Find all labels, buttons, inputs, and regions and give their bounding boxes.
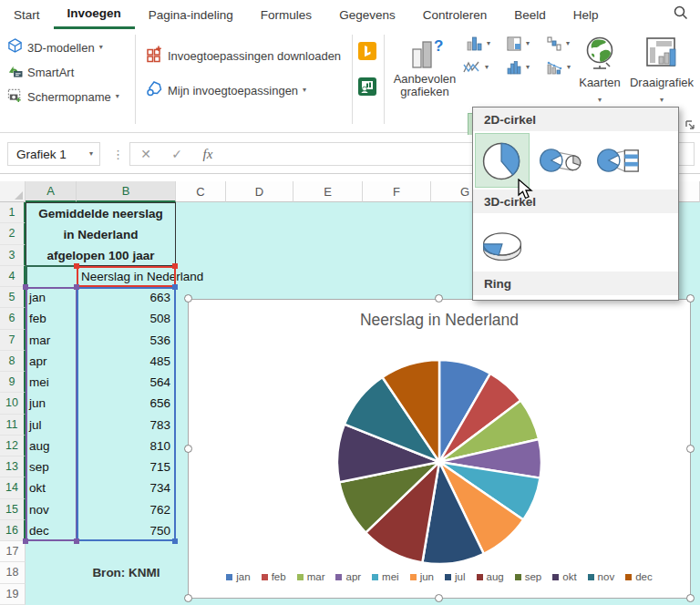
column-header-e[interactable]: E (293, 181, 363, 202)
my-addins-button[interactable]: Mijn invoegtoepassingen ▾ (146, 80, 306, 100)
column-header-f[interactable]: F (363, 181, 431, 202)
column-header-b[interactable]: B (77, 181, 176, 202)
insert-column-chart-button[interactable]: ▾ (467, 36, 490, 51)
legend-item-jun[interactable]: jun (410, 571, 434, 582)
menu-item-pie-3d[interactable] (476, 216, 529, 269)
range-handle[interactable] (172, 284, 178, 290)
name-box[interactable]: Grafiek 1 ▾ (7, 142, 100, 166)
recommended-charts-button[interactable]: ? Aanbevolen grafieken (388, 35, 461, 129)
insert-histogram-chart-button[interactable]: ▾ (507, 60, 530, 75)
legend-item-nov[interactable]: nov (588, 571, 615, 582)
insert-line-chart-button[interactable]: ▾ (463, 60, 489, 75)
insert-function-icon[interactable]: fx (192, 147, 223, 162)
chart-resize-handle[interactable] (686, 445, 695, 453)
enter-check-icon[interactable]: ✓ (161, 147, 192, 161)
row-header-19[interactable]: 19 (0, 584, 26, 605)
row-header-3[interactable]: 3 (0, 245, 26, 266)
chart-resize-handle[interactable] (435, 594, 443, 602)
legend-item-aug[interactable]: aug (477, 571, 504, 582)
legend-item-jan[interactable]: jan (226, 571, 250, 582)
select-all-corner[interactable] (0, 181, 26, 202)
legend-swatch (477, 574, 483, 580)
screenshot-button[interactable]: Schermopname ▾ (7, 87, 119, 106)
chevron-down-icon: ▾ (303, 87, 306, 94)
row-header-5[interactable]: 5 (0, 287, 26, 308)
row-header-13[interactable]: 13 (0, 456, 26, 477)
pie-chart-object[interactable]: Neerslag in Nederland janfebmaraprmeijun… (188, 299, 691, 599)
column-header-a[interactable]: A (26, 181, 77, 202)
row-header-11[interactable]: 11 (0, 415, 26, 436)
tab-invoegen[interactable]: Invoegen (54, 0, 135, 29)
chart-resize-handle[interactable] (686, 294, 695, 302)
row-header-4[interactable]: 4 (0, 266, 26, 287)
cancel-icon[interactable]: ✕ (130, 147, 161, 161)
dialog-launcher-icon[interactable] (685, 118, 696, 135)
legend-item-okt[interactable]: okt (552, 571, 576, 582)
row-header-18[interactable]: 18 (0, 562, 26, 583)
row-header-15[interactable]: 15 (0, 499, 26, 520)
legend-item-sep[interactable]: sep (515, 571, 542, 582)
search-icon[interactable] (673, 5, 689, 25)
row-header-1[interactable]: 1 (0, 202, 26, 223)
people-graph-addin-button[interactable] (358, 77, 376, 96)
chart-resize-handle[interactable] (184, 594, 192, 602)
range-handle[interactable] (172, 538, 178, 544)
pie-chart-plot[interactable] (332, 354, 547, 569)
3d-models-button[interactable]: 3D-modellen ▾ (7, 38, 103, 56)
range-handle[interactable] (172, 263, 178, 269)
formula-bar-grip[interactable]: ⋮ (112, 142, 124, 166)
chart-categories-range-outline[interactable] (26, 287, 77, 541)
cell-source-note[interactable]: Bron: KNMI (77, 562, 176, 583)
tab-controleren[interactable]: Controleren (409, 2, 501, 28)
row-header-2[interactable]: 2 (0, 223, 26, 244)
chart-title[interactable]: Neerslag in Nederland (189, 311, 690, 330)
legend-item-feb[interactable]: feb (262, 571, 286, 582)
menu-item-pie-of-pie[interactable] (533, 134, 586, 187)
chevron-down-icon: ▾ (526, 40, 530, 47)
range-handle[interactable] (23, 284, 28, 290)
range-handle[interactable] (23, 538, 28, 544)
insert-waterfall-chart-button[interactable]: ▾ (547, 36, 570, 51)
smartart-button[interactable]: SmartArt (7, 63, 74, 81)
range-edge (26, 265, 77, 267)
chart-resize-handle[interactable] (435, 294, 443, 302)
chart-values-range-outline[interactable] (77, 287, 176, 541)
chart-title-range-outline[interactable] (77, 266, 176, 287)
legend-item-mar[interactable]: mar (297, 571, 325, 582)
chart-legend[interactable]: janfebmaraprmeijunjulaugsepoktnovdec (189, 571, 690, 582)
tab-beeld[interactable]: Beeld (500, 2, 560, 28)
chart-resize-handle[interactable] (184, 294, 192, 302)
row-header-8[interactable]: 8 (0, 351, 26, 372)
row-header-14[interactable]: 14 (0, 477, 26, 498)
row-header-17[interactable]: 17 (0, 541, 26, 562)
insert-combo-chart-button[interactable]: ▾ (547, 60, 571, 75)
tab-start[interactable]: Start (0, 2, 54, 28)
menu-item-bar-of-pie[interactable] (591, 134, 643, 187)
row-header-6[interactable]: 6 (0, 308, 26, 329)
chart-resize-handle[interactable] (184, 445, 192, 453)
insert-hierarchy-chart-button[interactable]: ▾ (507, 36, 530, 51)
sheet-title-cell[interactable]: Gemiddelde neerslag in Nederland afgelop… (26, 202, 176, 266)
row-header-10[interactable]: 10 (0, 393, 26, 414)
chart-resize-handle[interactable] (686, 594, 695, 602)
range-handle[interactable] (74, 538, 79, 544)
row-header-16[interactable]: 16 (0, 520, 26, 541)
tab-formules[interactable]: Formules (247, 2, 325, 28)
range-handle[interactable] (74, 284, 79, 290)
tab-gegevens[interactable]: Gegevens (325, 2, 409, 28)
get-addins-button[interactable]: Invoegtoepassingen downloaden (146, 46, 341, 66)
group-divider (135, 35, 136, 124)
legend-item-mei[interactable]: mei (372, 571, 399, 582)
bing-maps-addin-button[interactable] (358, 42, 376, 60)
tab-help[interactable]: Help (560, 2, 612, 28)
row-header-9[interactable]: 9 (0, 372, 26, 393)
legend-item-jul[interactable]: jul (445, 571, 466, 582)
row-header-12[interactable]: 12 (0, 436, 26, 456)
range-handle[interactable] (74, 263, 79, 269)
column-header-c[interactable]: C (176, 181, 226, 202)
legend-item-dec[interactable]: dec (625, 571, 653, 582)
column-header-d[interactable]: D (226, 181, 293, 202)
legend-item-apr[interactable]: apr (335, 571, 361, 582)
tab-pagina-indeling[interactable]: Pagina-indeling (135, 2, 247, 28)
row-header-7[interactable]: 7 (0, 330, 26, 351)
